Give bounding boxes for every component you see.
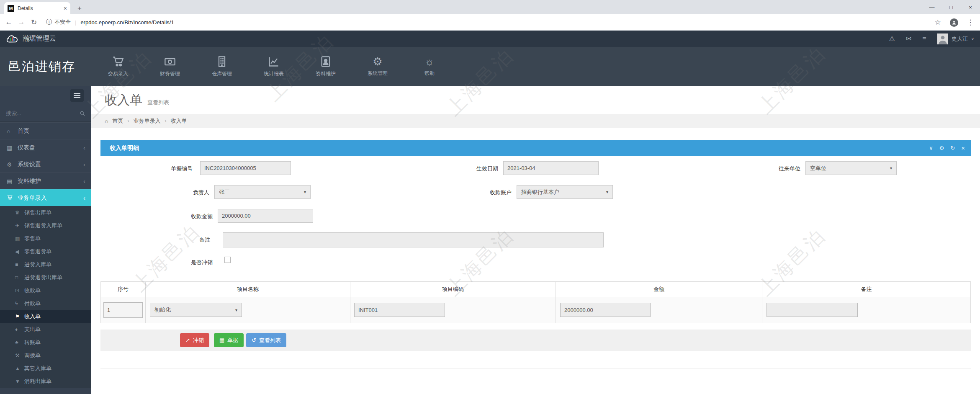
browser-menu-icon[interactable]: ⋮ <box>964 18 977 27</box>
account-label: 收款账户 <box>440 189 512 196</box>
subitem-retail-return[interactable]: ◀零售退货单 <box>0 245 91 258</box>
seq-value: 1 <box>103 302 143 318</box>
page-subtitle-link[interactable]: 查看列表 <box>147 99 169 106</box>
remark-field[interactable] <box>223 232 604 247</box>
col-header-project-name: 项目名称 <box>145 282 350 297</box>
tab-close-icon[interactable]: × <box>64 5 67 12</box>
window-minimize-button[interactable]: — <box>922 0 941 14</box>
sidebar-item-system-settings[interactable]: ⚙ 系统设置 ‹ <box>0 156 91 173</box>
topnav-system-mgmt[interactable]: ⚙ 系统管理 <box>352 47 404 86</box>
breadcrumb-separator: › <box>165 118 166 124</box>
partner-select[interactable]: 空单位 ▾ <box>805 161 897 175</box>
topnav-warehouse-mgmt[interactable]: 仓库管理 <box>196 47 248 86</box>
sidebar-item-data-maintenance[interactable]: ▤ 资料维护 ‹ <box>0 173 91 189</box>
url-separator: | <box>75 19 76 26</box>
manager-select[interactable]: 张三 ▾ <box>214 185 311 199</box>
trophy-icon: ♛ <box>15 210 24 216</box>
subitem-sales-return-inbound[interactable]: ✈销售退货入库单 <box>0 219 91 232</box>
subitem-retail[interactable]: ▥零售单 <box>0 232 91 245</box>
subitem-label: 销售退货入库单 <box>24 222 62 229</box>
topnav-finance-mgmt[interactable]: 财务管理 <box>144 47 196 86</box>
cell-project-name: 初始化 ▾ <box>145 297 350 323</box>
inbox-mail-icon[interactable]: ✉ <box>906 35 911 43</box>
row-amount-field[interactable] <box>560 303 651 317</box>
panel-tools: ∨ ⚙ ↻ × <box>929 144 965 152</box>
writeoff-checkbox[interactable] <box>224 257 231 263</box>
reload-icon[interactable]: ↻ <box>950 145 955 151</box>
user-menu[interactable]: 史大江 ∨ <box>937 33 974 44</box>
forward-icon[interactable]: → <box>15 18 28 26</box>
window-close-button[interactable]: × <box>961 0 980 14</box>
address-book-icon <box>320 56 332 67</box>
view-list-button[interactable]: ↺ 查看列表 <box>246 333 286 347</box>
subitem-purchase-inbound[interactable]: ■进货入库单 <box>0 258 91 271</box>
tasks-list-icon[interactable]: ≡ <box>922 35 926 43</box>
building-icon <box>216 56 228 67</box>
sidebar-item-biz-entry[interactable]: 业务单录入 ‹ <box>0 189 91 206</box>
subitem-transfer[interactable]: ♣转账单 <box>0 336 91 349</box>
document-button[interactable]: ▦ 单据 <box>214 333 244 347</box>
subitem-consume-outbound[interactable]: ▼消耗出库单 <box>0 375 91 388</box>
browser-tab[interactable]: M Details × <box>4 2 70 14</box>
cloud-logo-icon <box>6 34 18 44</box>
url-text[interactable]: erpdoc.epoerp.cn/Biz/Income/Details/1 <box>80 19 174 26</box>
remark-label: 备注 <box>143 236 210 244</box>
cell-project-code <box>350 297 556 323</box>
topnav-label: 统计报表 <box>264 70 284 77</box>
browser-profile-icon[interactable] <box>950 18 958 27</box>
collapse-chevron-icon[interactable]: ∨ <box>929 145 933 151</box>
reload-icon[interactable]: ↻ <box>28 18 40 27</box>
topnav-transaction-entry[interactable]: 交易录入 <box>92 47 144 86</box>
window-maximize-button[interactable]: □ <box>941 0 961 14</box>
topnav-statistics-report[interactable]: 统计报表 <box>248 47 300 86</box>
search-icon[interactable] <box>80 111 85 116</box>
subitem-payment[interactable]: ϟ付款单 <box>0 297 91 310</box>
topnav-help[interactable]: ☼ 帮助 <box>404 47 455 86</box>
sidebar-item-dashboard[interactable]: ▦ 仪表盘 ‹ <box>0 139 91 156</box>
topnav-label: 财务管理 <box>160 70 180 77</box>
breadcrumb-home[interactable]: 首页 <box>112 117 123 125</box>
manager-value: 张三 <box>219 188 230 196</box>
breadcrumb: ⌂ 首页 › 业务单录入 › 收入单 <box>91 114 980 128</box>
subitem-label: 销售出库单 <box>24 209 51 216</box>
subitem-expense[interactable]: ♦支出单 <box>0 323 91 336</box>
subitem-income[interactable]: ⚑收入单 <box>0 310 91 323</box>
app-header: 瀚琚管理云 <box>0 31 980 47</box>
home-icon: ⌂ <box>105 118 108 124</box>
col-header-seq: 序号 <box>100 282 145 297</box>
back-icon[interactable]: ← <box>3 18 15 26</box>
subitem-label: 进货退货出库单 <box>24 274 62 281</box>
search-input[interactable] <box>6 110 80 116</box>
subitem-receipt[interactable]: ⊡收款单 <box>0 284 91 297</box>
topnav-data-maintenance[interactable]: 资料维护 <box>300 47 352 86</box>
subitem-label: 调拨单 <box>24 352 41 359</box>
doc-no-field[interactable] <box>200 161 291 175</box>
row-remark-field[interactable] <box>767 303 858 317</box>
browser-tab-bar: M Details × + — □ × <box>0 0 980 14</box>
breadcrumb-biz-entry[interactable]: 业务单录入 <box>133 117 160 125</box>
close-icon[interactable]: × <box>961 144 965 152</box>
account-select[interactable]: 招商银行基本户 ▾ <box>517 185 613 199</box>
chevron-left-icon: ‹ <box>83 144 85 151</box>
sidebar-toggle-hamburger-icon[interactable] <box>70 89 84 102</box>
breadcrumb-separator: › <box>127 118 129 124</box>
effective-date-field[interactable] <box>503 161 599 175</box>
subitem-purchase-return-outbound[interactable]: □进货退货出库单 <box>0 271 91 284</box>
amount-field[interactable] <box>218 209 313 223</box>
subitem-other-inbound[interactable]: ▲其它入库单 <box>0 362 91 375</box>
alerts-warning-icon[interactable]: ⚠ <box>889 35 895 43</box>
project-code-field[interactable] <box>354 303 445 317</box>
subitem-allocation[interactable]: ⚒调拨单 <box>0 349 91 362</box>
sidebar-menu: ⌂ 首页 ▦ 仪表盘 ‹ ⚙ 系统设置 ‹ ▤ 资料维护 ‹ 业务单录入 ‹ <box>0 122 91 206</box>
anchor-icon: ▲ <box>15 366 24 371</box>
cell-amount <box>556 297 762 323</box>
security-chip[interactable]: ⓘ 不安全 | <box>46 18 80 26</box>
subitem-sales-outbound[interactable]: ♛销售出库单 <box>0 206 91 219</box>
project-select[interactable]: 初始化 ▾ <box>150 303 242 317</box>
new-tab-button[interactable]: + <box>75 3 85 13</box>
bookmark-star-icon[interactable]: ☆ <box>931 18 944 27</box>
partner-label: 往来单位 <box>729 165 800 173</box>
config-wrench-icon[interactable]: ⚙ <box>939 145 944 151</box>
writeoff-button[interactable]: ↗ 冲销 <box>180 333 209 347</box>
sidebar-item-home[interactable]: ⌂ 首页 <box>0 122 91 139</box>
